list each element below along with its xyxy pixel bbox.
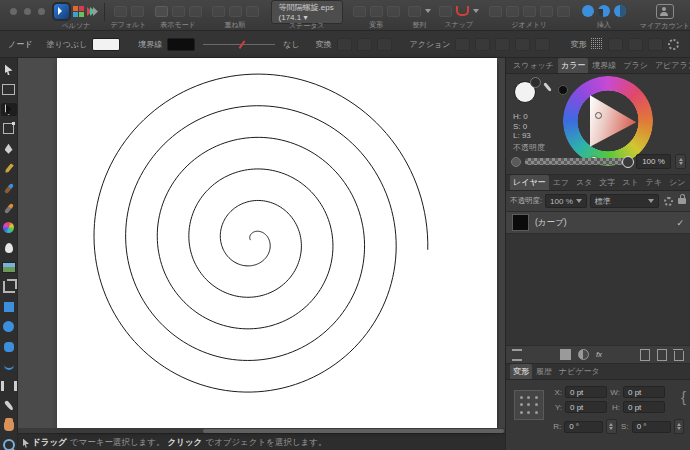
shear-stepper[interactable] [674, 419, 684, 434]
place-image-tool[interactable] [1, 261, 17, 274]
brush-tool[interactable] [1, 182, 17, 195]
shear-field[interactable]: 0 ° [632, 421, 671, 433]
boolean-subtract-icon[interactable] [506, 6, 519, 17]
tab-swatches[interactable]: スウォッチ [510, 58, 557, 73]
insert-ontop-icon[interactable] [614, 5, 626, 17]
zoom-window-button[interactable] [38, 8, 45, 15]
opacity-slider[interactable] [525, 158, 632, 165]
tab-navigator[interactable]: ナビゲータ [556, 364, 603, 379]
synchronise-defaults-icon[interactable] [114, 6, 127, 17]
tab-paragraph[interactable]: スト [619, 175, 641, 190]
layers-opacity-dropdown[interactable]: 100 % [545, 194, 587, 208]
rectangle-tool[interactable] [1, 300, 17, 313]
pencil-tool[interactable] [1, 162, 17, 175]
revert-defaults-icon[interactable] [131, 6, 144, 17]
node-tool[interactable] [1, 103, 17, 116]
horizontal-scrollbar[interactable] [18, 428, 505, 433]
pixel-persona-icon[interactable] [73, 6, 85, 18]
rotation-field[interactable]: 0 ° [564, 421, 603, 433]
transform-scale-icon[interactable] [608, 38, 623, 51]
scissors-options-icon[interactable] [512, 349, 522, 361]
layer-effects-icon[interactable]: fx [596, 350, 602, 359]
flip-horizontal-icon[interactable] [353, 6, 366, 17]
artboard-tool[interactable] [1, 83, 17, 96]
h-field[interactable]: 0 pt [623, 401, 665, 413]
snap-options-icon[interactable] [439, 6, 452, 17]
color-picker-tool[interactable] [1, 399, 17, 412]
close-button[interactable] [10, 8, 17, 15]
vector-brush-tool[interactable] [1, 201, 17, 214]
blend-options-gear-icon[interactable] [664, 197, 673, 206]
document-title-dropdown[interactable]: 等間隔螺旋.eps (174.1 ▾ [271, 0, 343, 24]
stroke-width-slider[interactable] [203, 44, 275, 45]
retina-view-icon[interactable] [189, 6, 202, 17]
text-tool[interactable] [1, 380, 17, 393]
action-smooth-curve-icon[interactable] [475, 38, 490, 51]
tab-text-styles[interactable]: テキ [643, 175, 665, 190]
ellipse-tool[interactable] [1, 320, 17, 333]
move-backward-icon[interactable] [246, 6, 259, 17]
flip-vertical-icon[interactable] [370, 6, 383, 17]
convert-smart-icon[interactable] [377, 38, 392, 51]
settings-gear-icon[interactable] [668, 39, 679, 50]
transform-shear-icon[interactable] [648, 38, 663, 51]
boolean-intersect-icon[interactable] [523, 6, 536, 17]
transform-origin-icon[interactable] [591, 38, 603, 50]
w-field[interactable]: 0 pt [623, 386, 665, 398]
opacity-value[interactable]: 100 % [636, 154, 671, 169]
rounded-rectangle-tool[interactable] [1, 340, 17, 353]
rotate-icon[interactable] [387, 6, 400, 17]
noise-toggle-icon[interactable] [511, 157, 521, 167]
transparency-tool[interactable] [1, 241, 17, 254]
blend-mode-dropdown[interactable]: 標準 [590, 194, 659, 208]
x-field[interactable]: 0 pt [565, 386, 607, 398]
add-layer-icon[interactable] [640, 349, 650, 361]
tab-brushes[interactable]: ブラシ [620, 58, 651, 73]
designer-persona-icon[interactable] [54, 4, 69, 19]
minimize-button[interactable] [24, 8, 31, 15]
layer-row-curve[interactable]: (カーブ) ✓ [506, 212, 690, 234]
vector-crop-tool[interactable] [1, 281, 17, 294]
delete-layer-icon[interactable] [674, 351, 684, 361]
layer-thumbnail[interactable] [512, 214, 529, 231]
y-field[interactable]: 0 pt [565, 401, 607, 413]
snap-caret-icon[interactable] [473, 9, 479, 13]
tab-styles[interactable]: スタ [573, 175, 595, 190]
action-join-curves-icon[interactable] [495, 38, 510, 51]
export-persona-icon[interactable] [89, 7, 98, 16]
tab-symbols[interactable]: シン [666, 175, 688, 190]
tab-stroke[interactable]: 境界線 [589, 58, 619, 73]
anchor-point-selector[interactable] [514, 390, 544, 420]
color-eyedropper-icon[interactable] [543, 82, 552, 92]
tab-transform[interactable]: 変形 [510, 364, 532, 379]
lock-icon[interactable] [678, 198, 686, 204]
tab-color[interactable]: カラー [558, 58, 588, 73]
insert-inside-icon[interactable] [598, 5, 610, 17]
viewport[interactable] [18, 58, 505, 428]
corner-tool[interactable] [1, 360, 17, 373]
tab-layers[interactable]: レイヤー [510, 175, 549, 190]
layer-visibility-check[interactable]: ✓ [676, 218, 684, 228]
action-close-curve-icon[interactable] [455, 38, 470, 51]
add-group-icon[interactable] [657, 349, 667, 361]
mask-layer-icon[interactable] [560, 349, 571, 360]
tab-history[interactable]: 履歴 [533, 364, 555, 379]
action-reverse-curve-icon[interactable] [535, 38, 550, 51]
move-forward-icon[interactable] [229, 6, 242, 17]
move-tool[interactable] [1, 63, 17, 76]
rotation-stepper[interactable] [606, 419, 616, 434]
snapping-magnet-icon[interactable] [456, 6, 469, 16]
aspect-link-brace[interactable]: { [681, 388, 686, 405]
stroke-swatch[interactable] [167, 38, 195, 51]
adjustment-layer-icon[interactable] [578, 349, 589, 360]
horizontal-scrollbar-thumb[interactable] [203, 429, 504, 433]
action-break-curve-icon[interactable] [515, 38, 530, 51]
pixel-view-icon[interactable] [172, 6, 185, 17]
document-page[interactable] [57, 58, 497, 429]
tab-character[interactable]: 文字 [596, 175, 618, 190]
opacity-stepper[interactable] [675, 154, 686, 169]
point-transform-tool[interactable] [1, 122, 17, 135]
insert-behind-icon[interactable] [582, 5, 594, 17]
view-tool[interactable] [1, 419, 17, 432]
align-icon[interactable] [408, 6, 421, 17]
